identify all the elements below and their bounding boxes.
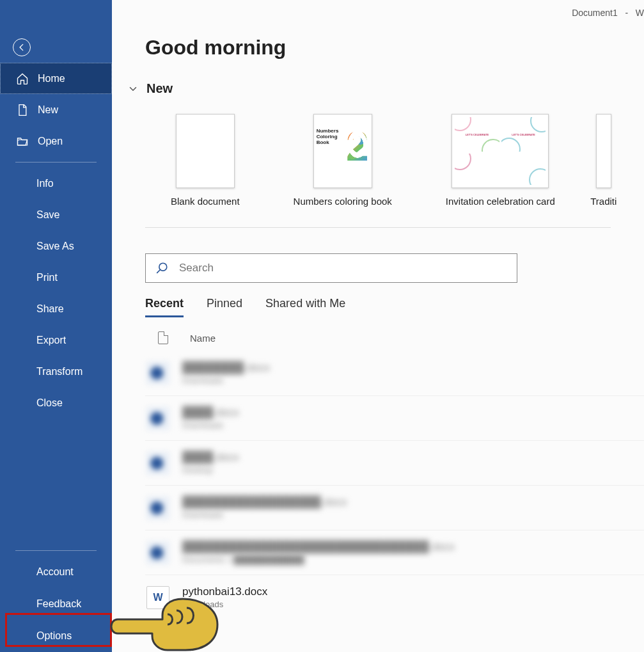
sidebar-item-open[interactable]: Open xyxy=(0,125,112,157)
recent-tabs: Recent Pinned Shared with Me xyxy=(112,283,644,317)
tab-label: Recent xyxy=(145,297,184,310)
search-input[interactable] xyxy=(179,262,508,274)
sidebar-item-label: Info xyxy=(36,178,54,189)
sidebar-item-print[interactable]: Print xyxy=(0,262,112,293)
sidebar-item-save[interactable]: Save xyxy=(0,199,112,230)
file-name: pythonbai13.docx xyxy=(182,585,267,598)
template-thumb-text: Numbers Coloring Book xyxy=(317,129,343,145)
file-name: ██████████████████.docx xyxy=(182,496,347,509)
template-thumb-graphic xyxy=(346,129,369,173)
column-name: Name xyxy=(190,333,216,344)
titlebar: Document1 - W xyxy=(572,0,644,26)
new-section-header[interactable]: New xyxy=(112,60,644,96)
template-gallery: Blank document Numbers Coloring Book Num… xyxy=(112,96,644,207)
file-location: Desktop xyxy=(182,465,239,475)
sidebar-separator xyxy=(15,162,97,163)
sidebar-item-label: Account xyxy=(36,566,74,578)
sidebar-item-share[interactable]: Share xyxy=(0,293,112,324)
file-name: ████████████████████████████████.docx xyxy=(182,541,455,553)
template-thumb: Numbers Coloring Book xyxy=(313,114,372,188)
word-file-icon xyxy=(146,407,169,430)
template-traditional[interactable]: Traditi xyxy=(596,114,611,207)
file-location: Downloads xyxy=(182,510,347,520)
sidebar-item-account[interactable]: Account xyxy=(0,556,112,588)
template-thumb: LET'S CELEBRATE LET'S CELEBRATE xyxy=(452,114,549,188)
sidebar-item-save-as[interactable]: Save As xyxy=(0,230,112,262)
sidebar-item-label: Share xyxy=(36,303,64,315)
file-row[interactable]: ████████.docxDownloads xyxy=(145,351,644,395)
search-box[interactable] xyxy=(145,253,517,283)
file-name: ████.docx xyxy=(182,406,239,419)
sidebar-item-label: New xyxy=(38,104,58,116)
search-icon xyxy=(155,261,169,275)
tab-pinned[interactable]: Pinned xyxy=(207,297,242,317)
greeting-heading: Good morning xyxy=(112,0,644,60)
sidebar-item-label: Close xyxy=(36,397,63,409)
sidebar-item-info[interactable]: Info xyxy=(0,168,112,199)
sidebar-item-close[interactable]: Close xyxy=(0,387,112,418)
home-icon xyxy=(16,72,29,85)
titlebar-sep: - xyxy=(625,8,628,18)
file-list-header[interactable]: Name xyxy=(112,317,644,344)
chevron-down-icon xyxy=(127,83,139,95)
sidebar-item-label: Transform xyxy=(36,366,82,378)
divider xyxy=(145,227,611,228)
sidebar-item-feedback[interactable]: Feedback xyxy=(0,588,112,620)
file-row[interactable]: ████████████████████████████████.docxDoc… xyxy=(145,530,644,575)
new-doc-icon xyxy=(16,104,29,116)
sidebar-separator xyxy=(15,550,97,551)
file-row[interactable]: ████.docxDownloads xyxy=(145,395,644,440)
template-blank-document[interactable]: Blank document xyxy=(171,114,240,207)
template-label: Traditi xyxy=(590,196,617,207)
sidebar-item-label: Save As xyxy=(36,241,74,252)
sidebar-item-export[interactable]: Export xyxy=(0,324,112,356)
sidebar-primary-group: Home New Open xyxy=(0,63,112,157)
sidebar-item-label: Options xyxy=(36,630,72,642)
file-location: Documents » ████████████ xyxy=(182,555,455,564)
file-location: Downloads xyxy=(182,600,267,609)
tab-shared-with-me[interactable]: Shared with Me xyxy=(265,297,345,317)
tab-recent[interactable]: Recent xyxy=(145,297,184,317)
document-name: Document1 xyxy=(572,8,618,18)
file-row[interactable]: pythonbai13.docxDownloads xyxy=(145,575,644,619)
file-location: Downloads xyxy=(182,420,239,430)
word-file-icon xyxy=(146,362,169,385)
template-thumb-text: LET'S CELEBRATE xyxy=(512,133,535,136)
arrow-left-icon xyxy=(17,43,26,52)
sidebar-item-new[interactable]: New xyxy=(0,94,112,125)
word-file-icon xyxy=(146,541,169,564)
app-name: W xyxy=(636,8,644,18)
template-invitation-card[interactable]: LET'S CELEBRATE LET'S CELEBRATE Invitati… xyxy=(446,114,555,207)
word-file-icon xyxy=(146,586,169,609)
template-label: Numbers coloring book xyxy=(294,196,392,207)
tab-label: Pinned xyxy=(207,297,242,310)
sidebar-item-home[interactable]: Home xyxy=(0,63,112,94)
template-label: Invitation celebration card xyxy=(446,196,555,207)
sidebar-item-options[interactable]: Options xyxy=(0,620,112,652)
sidebar-secondary-group: Info Save Save As Print Share Export Tra… xyxy=(0,168,112,418)
new-section-label: New xyxy=(146,81,173,96)
file-row[interactable]: ██████████████████.docxDownloads xyxy=(145,485,644,530)
tab-label: Shared with Me xyxy=(265,297,345,310)
sidebar-item-label: Home xyxy=(38,73,65,84)
template-thumb xyxy=(176,114,235,188)
file-row[interactable]: ████.docxDesktop xyxy=(145,440,644,485)
sidebar-item-label: Print xyxy=(36,272,58,283)
main-pane: Document1 - W Good morning New Blank doc… xyxy=(112,0,644,652)
file-name: ████████.docx xyxy=(182,362,270,374)
template-thumb xyxy=(596,114,611,188)
sidebar-bottom-group: Account Feedback Options xyxy=(0,556,112,652)
sidebar-item-transform[interactable]: Transform xyxy=(0,356,112,387)
file-name: ████.docx xyxy=(182,451,239,464)
document-icon xyxy=(158,331,168,344)
file-location: Downloads xyxy=(182,376,270,385)
template-numbers-coloring-book[interactable]: Numbers Coloring Book Numbers coloring b… xyxy=(294,114,392,207)
sidebar-item-label: Save xyxy=(36,209,59,221)
word-file-icon xyxy=(146,452,169,475)
template-thumb-text: LET'S CELEBRATE xyxy=(466,133,489,136)
template-label: Blank document xyxy=(171,196,240,207)
sidebar-item-label: Feedback xyxy=(36,598,81,610)
back-button[interactable] xyxy=(13,38,31,56)
word-file-icon xyxy=(146,497,169,520)
sidebar-item-label: Open xyxy=(38,136,63,147)
